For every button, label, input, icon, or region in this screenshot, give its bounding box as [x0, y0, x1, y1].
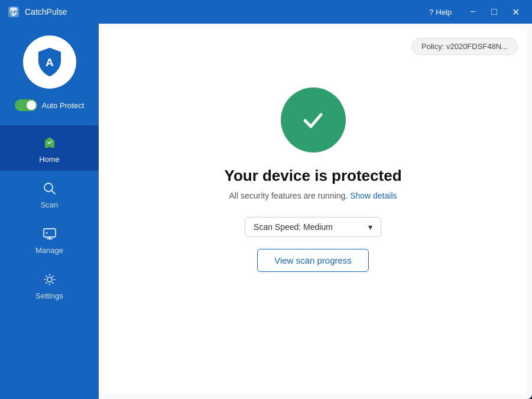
sidebar-item-scan-label: Scan [41, 200, 59, 209]
title-bar: CP CatchPulse ? Help − □ ✕ [0, 0, 532, 24]
title-bar-left: CP CatchPulse [7, 5, 67, 18]
sidebar-item-home[interactable]: Home [0, 125, 99, 171]
toggle-knob [27, 100, 36, 110]
checkmark-icon [297, 104, 329, 137]
close-button[interactable]: ✕ [506, 4, 525, 20]
main-content: Policy: v2020FDSF48N... Your device is p… [99, 24, 532, 399]
main-panel: Policy: v2020FDSF48N... Your device is p… [99, 28, 527, 394]
auto-protect-row: Auto Protect [15, 99, 85, 111]
minimize-icon: − [470, 7, 475, 17]
nav-items: Home Scan [0, 125, 99, 307]
scan-icon [41, 180, 58, 197]
settings-icon [41, 271, 58, 288]
svg-rect-5 [44, 229, 56, 237]
subtitle-text: All security features are running. [229, 191, 348, 200]
help-button[interactable]: ? Help [429, 8, 452, 17]
dropdown-chevron-icon: ▾ [368, 222, 372, 232]
sidebar-item-manage-label: Manage [35, 246, 63, 255]
minimize-button[interactable]: − [463, 4, 482, 20]
app-logo-icon: CP [7, 5, 20, 18]
svg-line-4 [51, 190, 55, 194]
policy-badge[interactable]: Policy: v2020FDSF48N... [411, 38, 518, 55]
auto-protect-label: Auto Protect [42, 101, 85, 110]
shield-logo-icon: A [34, 47, 65, 77]
svg-text:A: A [46, 56, 54, 69]
auto-protect-toggle[interactable] [15, 99, 37, 111]
help-circle-icon: ? [429, 8, 433, 17]
protected-subtitle: All security features are running. Show … [229, 191, 397, 200]
title-bar-controls: ? Help − □ ✕ [429, 4, 525, 20]
maximize-icon: □ [491, 7, 497, 17]
svg-text:CP: CP [10, 9, 17, 15]
sidebar-item-home-label: Home [39, 155, 60, 164]
sidebar-item-manage[interactable]: Manage [0, 216, 99, 262]
manage-icon [41, 226, 58, 242]
close-icon: ✕ [512, 7, 520, 18]
svg-point-9 [47, 277, 52, 282]
protected-title: Your device is protected [224, 167, 401, 185]
view-scan-progress-button[interactable]: View scan progress [257, 249, 369, 272]
svg-point-8 [46, 232, 47, 234]
protected-check-circle [281, 87, 346, 153]
show-details-link[interactable]: Show details [350, 191, 397, 200]
scan-speed-dropdown[interactable]: Scan Speed: Medium ▾ [245, 217, 381, 237]
home-icon [41, 135, 58, 151]
sidebar-item-settings-label: Settings [35, 291, 63, 300]
sidebar: A Auto Protect [0, 24, 99, 399]
sidebar-item-settings[interactable]: Settings [0, 262, 99, 307]
protected-section: Your device is protected All security fe… [224, 87, 401, 272]
sidebar-item-scan[interactable]: Scan [0, 171, 99, 216]
app-title: CatchPulse [25, 7, 67, 17]
scan-speed-label: Scan Speed: Medium [254, 222, 333, 232]
app-body: A Auto Protect [0, 24, 532, 399]
logo-circle: A [23, 35, 76, 89]
maximize-button[interactable]: □ [485, 4, 504, 20]
